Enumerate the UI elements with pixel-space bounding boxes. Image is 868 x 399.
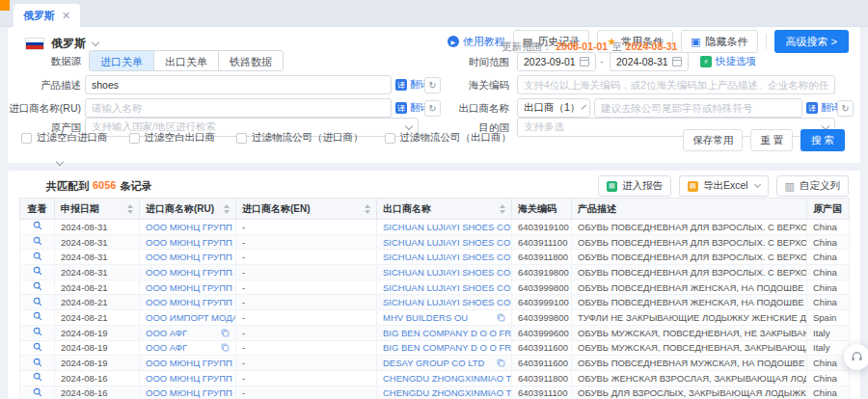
sort-icon[interactable] — [127, 204, 133, 214]
importer-ru-link[interactable]: ООО ИМПОРТ МОДА — [146, 312, 236, 323]
cell-origin: China — [807, 234, 850, 250]
cell-importer-en: - — [236, 340, 377, 356]
exporter-link[interactable]: SICHUAN LUJIAYI SHOES CO LTD — [383, 222, 512, 232]
quick-options-link[interactable]: ⚡ 快捷选项 — [700, 55, 756, 68]
cell-importer-ru: ООО МЮНЦ ГРУПП — [140, 386, 236, 399]
exporter-link[interactable]: CHENGDU ZHONGXINMIAO TRADING C — [383, 373, 512, 384]
view-row-icon[interactable] — [33, 221, 42, 230]
copy-icon[interactable] — [221, 343, 230, 352]
results-actions: ▤ 进入报告 ▤ 导出Excel ▥ 自定义列 — [598, 175, 849, 197]
checkbox-filter-logistics-importer[interactable]: 过滤物流公司（进口商） — [236, 131, 364, 145]
exporter-link[interactable]: BIG BEN COMPANY D O O FROM BEST T — [383, 328, 512, 338]
exporter-link[interactable]: SICHUAN LUJIAYI SHOES CO LTD — [383, 252, 512, 262]
calendar-icon — [580, 57, 589, 66]
importer-ru-link[interactable]: ООО МЮНЦ ГРУПП — [146, 222, 232, 232]
importer-ru-link[interactable]: ООО МЮНЦ ГРУПП — [146, 297, 232, 307]
importer-ru-link[interactable]: ООО МЮНЦ ГРУПП — [146, 252, 232, 262]
table-row: 2024-08-21 ООО ИМПОРТ МОДА - MHV BUILDER… — [20, 310, 850, 326]
customize-columns-button[interactable]: ▥ 自定义列 — [776, 175, 849, 197]
exporter-link[interactable]: SICHUAN LUJIAYI SHOES CO LTD — [383, 297, 512, 307]
cell-date: 2024-08-31 — [55, 234, 140, 250]
cell-exporter: SICHUAN LUJIAYI SHOES CO LTD — [377, 295, 512, 310]
tab-title: 俄罗斯 — [23, 9, 55, 23]
search-button[interactable]: 搜 索 — [800, 129, 845, 151]
importer-ru-link[interactable]: ООО МЮНЦ ГРУПП — [146, 237, 232, 248]
product-input[interactable] — [92, 79, 385, 91]
importer-ru-link[interactable]: ООО МЮНЦ ГРУПП — [146, 282, 232, 293]
cell-date: 2024-08-31 — [55, 265, 140, 280]
customer-service-button[interactable] — [844, 344, 868, 370]
exporter-link[interactable]: SICHUAN LUJIAYI SHOES CO LTD — [383, 282, 512, 293]
country-name: 俄罗斯 — [51, 36, 86, 52]
close-icon[interactable]: ✕ — [62, 11, 70, 21]
date-from-input[interactable]: 2023-09-01 — [517, 52, 596, 71]
tab-export-declarations[interactable]: 出口关单 — [154, 51, 219, 70]
tutorial-link[interactable]: ▶ 使用教程 — [448, 35, 505, 49]
copy-icon[interactable] — [497, 313, 505, 322]
enter-report-button[interactable]: ▤ 进入报告 — [598, 175, 671, 197]
cell-origin: Italy — [807, 325, 850, 340]
view-row-icon[interactable] — [33, 236, 42, 246]
field-history-icon[interactable]: ↻ — [837, 100, 854, 117]
save-favorite-button[interactable]: 保存常用 — [683, 129, 743, 151]
hs-code-input[interactable] — [524, 79, 828, 91]
checkbox-icon — [385, 133, 395, 144]
exporter-link[interactable]: SICHUAN LUJIAYI SHOES CO LTD — [383, 267, 512, 278]
sort-icon[interactable] — [500, 204, 505, 214]
copy-icon[interactable] — [221, 329, 230, 337]
exporter-link[interactable]: BIG BEN COMPANY D O O FROM BEST T — [383, 342, 512, 353]
view-row-icon[interactable] — [33, 372, 42, 382]
sort-icon[interactable] — [224, 204, 230, 214]
checkbox-filter-logistics-exporter[interactable]: 过滤物流公司（出口商） — [385, 131, 512, 145]
checkbox-filter-blank-exporter[interactable]: 过滤空白出口商 — [129, 131, 216, 145]
importer-ru-link[interactable]: ООО МЮНЦ ГРУПП — [146, 267, 232, 278]
cell-origin: China — [807, 295, 850, 310]
tab-russia[interactable]: 俄罗斯 ✕ — [14, 4, 80, 27]
exporter-link[interactable]: DESAY GROUP CO LTD — [383, 358, 484, 368]
table-row: 2024-08-21 ООО МЮНЦ ГРУПП - SICHUAN LUJI… — [20, 279, 850, 295]
country-selector[interactable]: 俄罗斯 — [25, 36, 98, 52]
cell-date: 2024-08-21 — [55, 295, 140, 310]
checkbox-filter-blank-importer[interactable]: 过滤空白进口商 — [21, 131, 108, 145]
importer-ru-link[interactable]: ООО АФГ — [146, 328, 187, 338]
sort-icon[interactable] — [365, 204, 370, 214]
importer-ru-link[interactable]: ООО МЮНЦ ГРУПП — [146, 358, 232, 368]
exporter-type-select[interactable]: 出口商（1） — [517, 98, 590, 118]
cell-hs-code: 6403999800 — [512, 310, 572, 326]
exporter-link[interactable]: MHV BUILDERS OU — [383, 312, 468, 323]
table-row: 2024-08-19 ООО МЮНЦ ГРУПП - DESAY GROUP … — [20, 356, 850, 371]
importer-input[interactable] — [92, 102, 385, 114]
cell-importer-ru: ООО МЮНЦ ГРУПП — [140, 234, 236, 250]
data-source-tabs: 进口关单 出口关单 铁路数据 — [89, 50, 284, 71]
export-excel-button[interactable]: ▤ 导出Excel — [679, 175, 769, 197]
view-row-icon[interactable] — [33, 327, 42, 336]
hide-conditions-button[interactable]: ▣ 隐藏条件 — [681, 30, 757, 53]
date-to-input[interactable]: 2024-08-31 — [610, 52, 689, 71]
tab-import-declarations[interactable]: 进口关单 — [90, 51, 154, 70]
table-row: 2024-08-19 ООО АФГ - BIG BEN COMPANY D O… — [20, 340, 850, 356]
table-row: 2024-08-21 ООО МЮНЦ ГРУПП - SICHUAN LUJI… — [20, 295, 850, 310]
cell-hs-code: 6403911600 — [512, 356, 572, 371]
importer-ru-link[interactable]: ООО МЮНЦ ГРУПП — [146, 387, 232, 398]
advanced-search-button[interactable]: 高级搜索 > — [774, 30, 849, 53]
importer-ru-link[interactable]: ООО МЮНЦ ГРУПП — [146, 373, 232, 384]
table-row: 2024-08-31 ООО МЮНЦ ГРУПП - SICHUAN LUJI… — [20, 250, 850, 265]
view-row-icon[interactable] — [33, 297, 42, 306]
view-row-icon[interactable] — [33, 358, 42, 367]
view-row-icon[interactable] — [33, 252, 42, 261]
view-row-icon[interactable] — [33, 266, 42, 276]
view-row-icon[interactable] — [33, 387, 42, 397]
importer-ru-link[interactable]: ООО АФГ — [146, 342, 187, 353]
exporter-input[interactable] — [601, 102, 796, 114]
translate-link[interactable]: 译 翻译 — [806, 101, 841, 115]
headset-icon — [851, 351, 863, 363]
view-row-icon[interactable] — [33, 342, 42, 352]
view-row-icon[interactable] — [33, 311, 42, 321]
tab-rail-data[interactable]: 铁路数据 — [219, 51, 283, 70]
reset-button[interactable]: 重 置 — [750, 129, 793, 151]
view-row-icon[interactable] — [33, 281, 42, 291]
copy-icon[interactable] — [497, 359, 505, 367]
cell-importer-en: - — [236, 279, 377, 295]
exporter-link[interactable]: SICHUAN LUJIAYI SHOES CO LTD — [383, 237, 512, 248]
exporter-link[interactable]: CHENGDU ZHONGXINMIAO TRADING C — [383, 387, 512, 398]
